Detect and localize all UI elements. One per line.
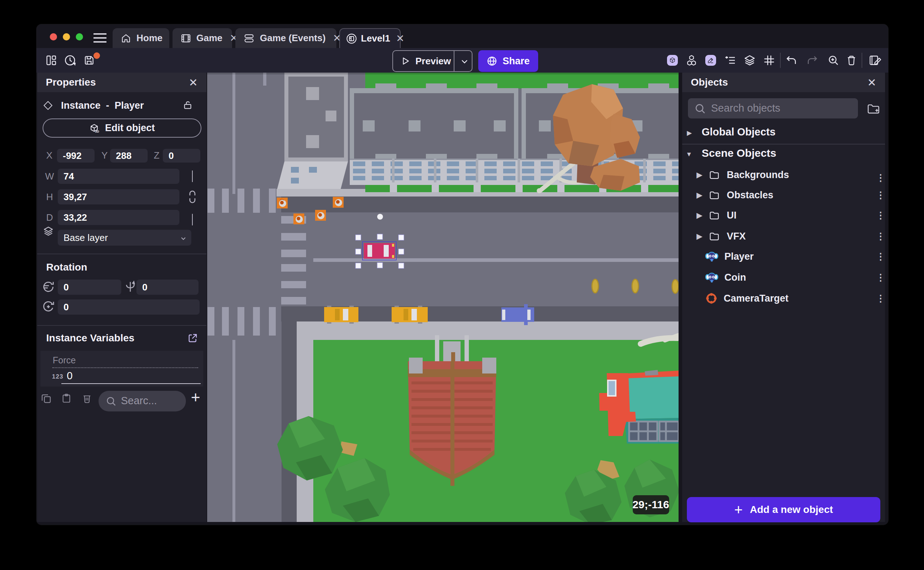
svg-text:3D: 3D [95, 130, 99, 133]
svg-text:29;-116: 29;-116 [632, 498, 669, 510]
